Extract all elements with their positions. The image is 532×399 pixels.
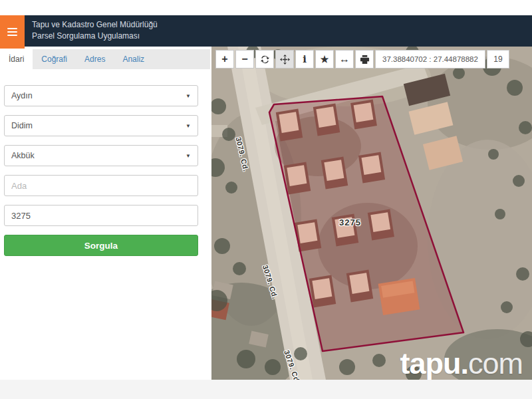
- parcel-number-label: 3275: [339, 217, 361, 227]
- app-title-line2: Parsel Sorgulama Uygulaması: [32, 31, 158, 42]
- chevron-down-icon: ▼: [186, 153, 191, 159]
- district-select-value: Didim: [11, 121, 33, 130]
- measure-button[interactable]: ↔: [335, 50, 354, 68]
- move-arrows-icon: [280, 55, 290, 65]
- parcel-query-app: Tapu ve Kadastro Genel Müdürlüğü Parsel …: [0, 0, 532, 399]
- app-header: Tapu ve Kadastro Genel Müdürlüğü Parsel …: [0, 15, 532, 47]
- tab-adres[interactable]: Adres: [76, 49, 114, 69]
- province-select-value: Aydın: [11, 91, 33, 100]
- pan-button[interactable]: [275, 50, 294, 68]
- app-title-line1: Tapu ve Kadastro Genel Müdürlüğü: [32, 19, 158, 31]
- ada-input[interactable]: [4, 175, 198, 196]
- neighborhood-select-value: Akbük: [11, 151, 35, 160]
- tapu-com-watermark: tapu.com: [400, 348, 523, 378]
- favorite-button[interactable]: ★: [315, 50, 334, 68]
- neighborhood-select[interactable]: Akbük ▼: [4, 145, 198, 166]
- printer-icon: [360, 55, 370, 65]
- province-select[interactable]: Aydın ▼: [4, 85, 198, 106]
- map-canvas[interactable]: 3275 3079. Cd. 3079. Cd. 3079. Cd. + −: [211, 47, 532, 380]
- hamburger-icon: [7, 28, 17, 36]
- map-toolbar: + − i ★ ↔: [215, 50, 509, 68]
- zoom-level-display: 19: [487, 50, 509, 68]
- watermark-light-text: com: [468, 346, 523, 380]
- query-form: Aydın ▼ Didim ▼ Akbük ▼ Sorgula: [4, 85, 198, 256]
- district-select[interactable]: Didim ▼: [4, 115, 198, 136]
- coordinates-display: 37.38840702 : 27.44878882: [375, 50, 485, 68]
- query-sidebar: İdari Coğrafi Adres Analiz Aydın ▼ Didim…: [0, 47, 210, 380]
- watermark-bold-text: tapu.: [400, 346, 468, 380]
- tab-cografi[interactable]: Coğrafi: [33, 49, 76, 69]
- refresh-button[interactable]: [255, 50, 274, 68]
- minus-icon: −: [241, 53, 247, 65]
- refresh-icon: [260, 55, 270, 65]
- zoom-out-button[interactable]: −: [235, 50, 254, 68]
- sorgula-button[interactable]: Sorgula: [4, 235, 198, 256]
- tab-analiz[interactable]: Analiz: [114, 49, 153, 69]
- parsel-input[interactable]: [4, 205, 198, 226]
- plus-icon: +: [221, 53, 227, 65]
- info-button[interactable]: i: [295, 50, 314, 68]
- chevron-down-icon: ▼: [186, 123, 191, 129]
- info-icon: i: [303, 53, 307, 65]
- bottom-margin: [0, 380, 532, 399]
- print-button[interactable]: [355, 50, 374, 68]
- query-tabs: İdari Coğrafi Adres Analiz: [0, 49, 210, 69]
- app-title: Tapu ve Kadastro Genel Müdürlüğü Parsel …: [32, 19, 158, 42]
- left-right-arrow-icon: ↔: [339, 53, 350, 65]
- zoom-in-button[interactable]: +: [215, 50, 234, 68]
- menu-button[interactable]: [0, 15, 25, 49]
- chevron-down-icon: ▼: [186, 93, 191, 99]
- tab-idari[interactable]: İdari: [0, 49, 33, 69]
- satellite-imagery: [211, 47, 532, 380]
- star-icon: ★: [321, 54, 329, 65]
